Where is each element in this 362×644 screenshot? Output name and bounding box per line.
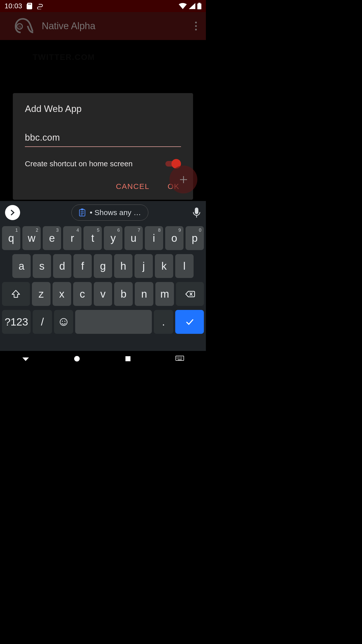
key-t[interactable]: t5 <box>83 226 102 250</box>
cancel-button[interactable]: CANCEL <box>116 182 150 191</box>
dialog-title: Add Web App <box>25 104 181 114</box>
key-o[interactable]: o9 <box>165 226 184 250</box>
shift-icon <box>11 289 21 299</box>
main-content: TWITTER.COM Add Web App Create shortcut … <box>0 40 206 201</box>
nav-recent-icon[interactable] <box>124 355 132 363</box>
svg-rect-3 <box>81 209 83 210</box>
key-n[interactable]: n <box>135 282 153 306</box>
period-key[interactable]: . <box>154 310 173 334</box>
key-d[interactable]: d <box>53 254 71 278</box>
key-l[interactable]: l <box>175 254 194 278</box>
key-h[interactable]: h <box>114 254 132 278</box>
key-j[interactable]: j <box>134 254 153 278</box>
key-c[interactable]: c <box>73 282 92 306</box>
svg-point-7 <box>64 321 65 322</box>
soft-keyboard: • Shows any … q1w2e3r4t5y6u7i8o9p0 asdfg… <box>0 201 206 366</box>
nav-home-icon[interactable] <box>73 355 81 363</box>
svg-rect-9 <box>125 356 130 361</box>
shortcut-label: Create shortcut on home screen <box>25 159 133 168</box>
more-options-button[interactable] <box>191 22 201 30</box>
shift-key[interactable] <box>2 282 30 306</box>
app-status-icon <box>37 3 43 9</box>
key-w[interactable]: w2 <box>22 226 41 250</box>
key-z[interactable]: z <box>32 282 51 306</box>
svg-point-6 <box>62 321 63 322</box>
mic-icon[interactable] <box>192 207 201 218</box>
url-input[interactable] <box>25 131 181 147</box>
key-r[interactable]: r4 <box>63 226 81 250</box>
space-key[interactable] <box>75 310 152 334</box>
emoji-icon <box>59 318 68 326</box>
keyboard-switch-icon[interactable] <box>175 356 184 362</box>
backspace-icon <box>185 289 195 299</box>
key-e[interactable]: e3 <box>43 226 61 250</box>
add-fab[interactable] <box>169 166 197 193</box>
slash-key[interactable]: / <box>33 310 52 334</box>
key-m[interactable]: m <box>155 282 174 306</box>
clipboard-icon <box>79 209 86 217</box>
suggestion-text: • Shows any … <box>90 208 141 217</box>
add-webapp-dialog: Add Web App Create shortcut on home scre… <box>13 93 193 200</box>
svg-text:N: N <box>18 25 21 29</box>
key-i[interactable]: i8 <box>145 226 163 250</box>
nav-back-icon[interactable] <box>22 355 29 363</box>
chevron-right-icon <box>9 209 16 216</box>
expand-suggestions-button[interactable] <box>5 205 20 220</box>
signal-icon <box>189 3 195 9</box>
plus-icon <box>178 175 189 185</box>
key-q[interactable]: q1 <box>2 226 20 250</box>
key-k[interactable]: k <box>155 254 173 278</box>
svg-rect-4 <box>195 208 198 214</box>
suggestion-row: • Shows any … <box>0 201 206 224</box>
key-p[interactable]: p0 <box>186 226 204 250</box>
key-g[interactable]: g <box>94 254 112 278</box>
key-x[interactable]: x <box>53 282 71 306</box>
key-y[interactable]: y6 <box>104 226 122 250</box>
svg-point-8 <box>74 356 80 361</box>
key-s[interactable]: s <box>33 254 51 278</box>
check-icon <box>184 317 195 327</box>
enter-key[interactable] <box>175 310 204 334</box>
battery-icon <box>197 3 201 9</box>
app-logo-icon: N <box>14 16 35 36</box>
key-u[interactable]: u7 <box>124 226 143 250</box>
key-a[interactable]: a <box>12 254 31 278</box>
system-nav-bar <box>0 351 206 366</box>
wifi-icon <box>179 3 187 9</box>
status-time: 10:03 <box>5 2 22 10</box>
emoji-key[interactable] <box>54 310 73 334</box>
key-f[interactable]: f <box>73 254 92 278</box>
sd-card-icon <box>27 3 32 9</box>
backspace-key[interactable] <box>176 282 204 306</box>
app-bar: N Native Alpha <box>0 12 206 40</box>
app-title: Native Alpha <box>42 21 184 31</box>
status-bar: 10:03 <box>0 0 206 12</box>
key-b[interactable]: b <box>114 282 133 306</box>
symbols-key[interactable]: ?123 <box>2 310 31 334</box>
key-v[interactable]: v <box>94 282 112 306</box>
clipboard-suggestion[interactable]: • Shows any … <box>71 205 148 221</box>
